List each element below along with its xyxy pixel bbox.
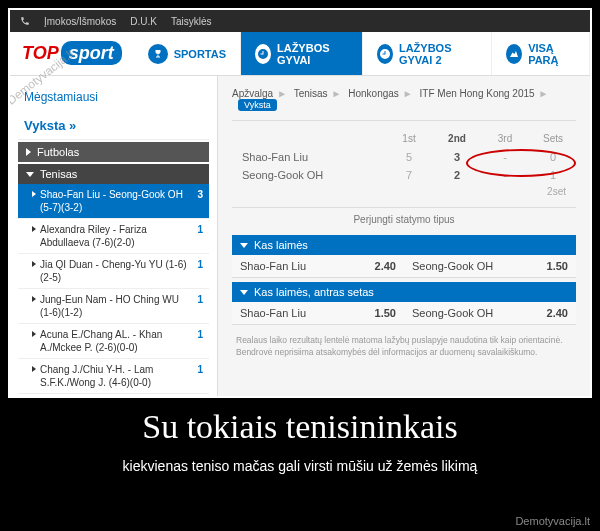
match-item[interactable]: Jung-Eun Nam - HO Ching WU (1-6)(1-2)1	[18, 289, 209, 324]
arrow-icon	[32, 261, 36, 267]
crumb[interactable]: Tenisas	[294, 88, 328, 99]
main-header: TOPsport SPORTAS LAŽYBOS GYVAI LAŽYBOS G…	[10, 32, 590, 76]
chevron-right-icon	[26, 148, 31, 156]
tab-label: SPORTAS	[174, 48, 226, 60]
disclaimer-text: Realaus laiko rezultatų lentelė matoma l…	[232, 325, 576, 359]
match-text: Jung-Eun Nam - HO Ching WU (1-6)(1-2)	[40, 293, 189, 319]
arrow-icon	[32, 226, 36, 232]
match-item[interactable]: Pei-Chi Lee - Yeong Won Jeong	[18, 394, 209, 396]
match-text: Acuna E./Chang AL. - Khan A./Mckee P. (2…	[40, 328, 189, 354]
bet-odd: 2.40	[547, 307, 568, 319]
highlight-circle	[466, 149, 576, 177]
crumb[interactable]: Apžvalga	[232, 88, 273, 99]
caption: Su tokiais tenisininkais kiekvienas teni…	[0, 408, 600, 474]
arrow-icon	[32, 366, 36, 372]
screenshot-frame: Įmokos/Išmokos D.U.K Taisyklės TOPsport …	[8, 8, 592, 398]
bet-name: Shao-Fan Liu	[240, 307, 306, 319]
match-text: Jia QI Duan - Cheng-Yu YU (1-6)(2-5)	[40, 258, 189, 284]
switch-bet-types[interactable]: Perjungti statymo tipus	[232, 207, 576, 231]
col-3rd: 3rd	[492, 133, 518, 144]
watermark-bottom: Demotyvacija.lt	[515, 515, 590, 527]
bet-option[interactable]: Seong-Gook OH2.40	[404, 302, 576, 324]
topbar-link-2[interactable]: D.U.K	[130, 16, 157, 27]
bet-section-1-header[interactable]: Kas laimės	[232, 235, 576, 255]
topbar-link-3[interactable]: Taisyklės	[171, 16, 212, 27]
bet-name: Seong-Gook OH	[412, 307, 493, 319]
bet-odd: 2.40	[375, 260, 396, 272]
match-count: 1	[193, 223, 203, 236]
category-label: Futbolas	[37, 146, 79, 158]
caption-title: Su tokiais tenisininkais	[0, 408, 600, 446]
favorites-heading[interactable]: Mėgstamiausi	[18, 86, 209, 108]
content-area: Mėgstamiausi Vyksta » Futbolas Tenisas S…	[10, 76, 590, 396]
bet-title: Kas laimės, antras setas	[254, 286, 374, 298]
col-2nd: 2nd	[444, 133, 470, 144]
main-panel: Apžvalga► Tenisas► Honkongas► ITF Men Ho…	[218, 76, 590, 396]
horse-icon	[506, 44, 522, 64]
bet-row: Shao-Fan Liu1.50 Seong-Gook OH2.40	[232, 302, 576, 325]
match-count: 1	[193, 258, 203, 271]
bet-title: Kas laimės	[254, 239, 308, 251]
bet-option[interactable]: Shao-Fan Liu1.50	[232, 302, 404, 324]
match-text: Shao-Fan Liu - Seong-Gook OH (5-7)(3-2)	[40, 188, 189, 214]
tab-lazybos-gyvai-2[interactable]: LAŽYBOS GYVAI 2	[363, 32, 492, 75]
bet-odd: 1.50	[547, 260, 568, 272]
category-futbolas[interactable]: Futbolas	[18, 142, 209, 162]
match-count: 1	[193, 363, 203, 376]
col-1st: 1st	[396, 133, 422, 144]
match-count: 1	[193, 328, 203, 341]
vyksta-heading[interactable]: Vyksta »	[18, 108, 209, 140]
sidebar: Mėgstamiausi Vyksta » Futbolas Tenisas S…	[10, 76, 218, 396]
match-item[interactable]: Chang J./Chiu Y-H. - Lam S.F.K./Wong J. …	[18, 359, 209, 394]
tab-label: VISĄ PARĄ	[528, 42, 575, 66]
clock-icon	[255, 44, 271, 64]
topbar-link-1[interactable]: Įmokos/Išmokos	[44, 16, 116, 27]
match-item[interactable]: Acuna E./Chang AL. - Khan A./Mckee P. (2…	[18, 324, 209, 359]
match-count: 1	[193, 293, 203, 306]
set-indicator: 2set	[232, 184, 576, 207]
bet-name: Seong-Gook OH	[412, 260, 493, 272]
crumb[interactable]: ITF Men Hong Kong 2015	[420, 88, 535, 99]
score: 7	[396, 169, 422, 181]
score-header: 1st 2nd 3rd Sets	[232, 121, 576, 148]
arrow-icon	[32, 191, 36, 197]
arrow-icon	[32, 296, 36, 302]
tab-sportas[interactable]: SPORTAS	[134, 32, 241, 75]
chevron-down-icon	[240, 290, 248, 295]
tab-lazybos-gyvai[interactable]: LAŽYBOS GYVAI	[241, 32, 363, 75]
bet-name: Shao-Fan Liu	[240, 260, 306, 272]
score: 2	[444, 169, 470, 181]
caption-subtitle: kiekvienas teniso mačas gali virsti mūši…	[0, 458, 600, 474]
tab-visa-para[interactable]: VISĄ PARĄ	[492, 32, 590, 75]
crumb[interactable]: Honkongas	[348, 88, 399, 99]
col-sets: Sets	[540, 133, 566, 144]
bet-odd: 1.50	[375, 307, 396, 319]
trophy-icon	[148, 44, 168, 64]
breadcrumb: Apžvalga► Tenisas► Honkongas► ITF Men Ho…	[232, 88, 576, 121]
tab-label: LAŽYBOS GYVAI	[277, 42, 348, 66]
category-tenisas[interactable]: Tenisas	[18, 164, 209, 184]
match-text: Alexandra Riley - Fariza Abdullaeva (7-6…	[40, 223, 189, 249]
match-item[interactable]: Shao-Fan Liu - Seong-Gook OH (5-7)(3-2)3	[18, 184, 209, 219]
bet-section-2-header[interactable]: Kas laimės, antras setas	[232, 282, 576, 302]
match-item[interactable]: Jia QI Duan - Cheng-Yu YU (1-6)(2-5)1	[18, 254, 209, 289]
score: 5	[396, 151, 422, 163]
chevron-down-icon	[240, 243, 248, 248]
player-name: Shao-Fan Liu	[242, 151, 374, 163]
match-text: Chang J./Chiu Y-H. - Lam S.F.K./Wong J. …	[40, 363, 189, 389]
match-item[interactable]: Alexandra Riley - Fariza Abdullaeva (7-6…	[18, 219, 209, 254]
chevron-down-icon	[26, 172, 34, 177]
match-count: 3	[193, 188, 203, 201]
bet-option[interactable]: Shao-Fan Liu2.40	[232, 255, 404, 277]
tab-label: LAŽYBOS GYVAI 2	[399, 42, 477, 66]
phone-icon	[20, 16, 30, 26]
clock-icon	[377, 44, 393, 64]
category-label: Tenisas	[40, 168, 77, 180]
arrow-icon	[32, 331, 36, 337]
top-utility-bar: Įmokos/Išmokos D.U.K Taisyklės	[10, 10, 590, 32]
player-name: Seong-Gook OH	[242, 169, 374, 181]
bet-row: Shao-Fan Liu2.40 Seong-Gook OH1.50	[232, 255, 576, 278]
bet-option[interactable]: Seong-Gook OH1.50	[404, 255, 576, 277]
live-badge: Vyksta	[238, 99, 277, 111]
